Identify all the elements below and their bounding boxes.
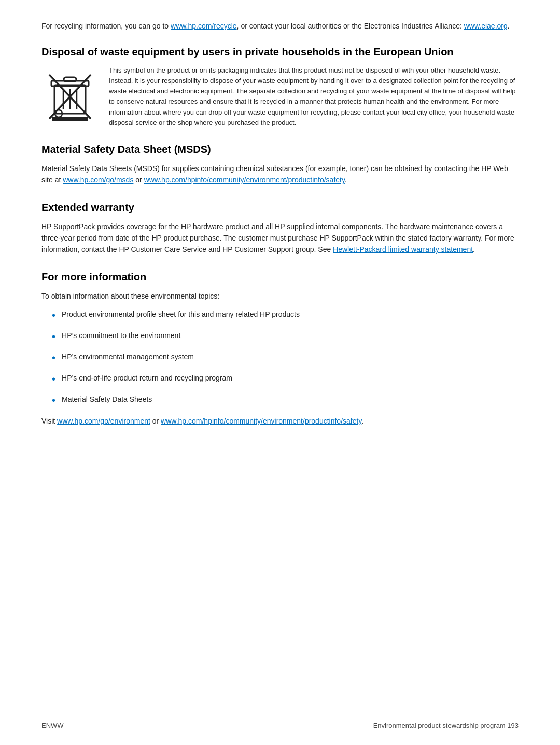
warranty-link[interactable]: Hewlett-Packard limited warranty stateme… [333,245,473,254]
msds-text-between: or [133,176,144,184]
more-info-link1[interactable]: www.hp.com/go/environment [57,417,150,425]
msds-link2[interactable]: www.hp.com/hpinfo/community/environment/… [144,176,345,184]
more-info-visit: Visit www.hp.com/go/environment or www.h… [41,415,519,427]
msds-text-end: . [345,176,347,184]
more-info-heading: For more information [41,271,519,283]
eu-disposal-content: This symbol on the product or on its pac… [41,65,519,128]
list-item: Product environmental profile sheet for … [52,309,519,323]
intro-link-recycle[interactable]: www.hp.com/recycle [171,22,237,30]
msds-body: Material Safety Data Sheets (MSDS) for s… [41,163,519,186]
list-item: Material Safety Data Sheets [52,394,519,408]
msds-section: Material Safety Data Sheet (MSDS) Materi… [41,144,519,186]
intro-link-eiae[interactable]: www.eiae.org [464,22,508,30]
list-item: HP’s commitment to the environment [52,330,519,344]
intro-text-end: . [508,22,510,30]
svg-rect-2 [64,77,76,81]
eu-disposal-section: Disposal of waste equipment by users in … [41,46,519,128]
intro-text-mid: , or contact your local authorities or t… [237,22,464,30]
more-info-intro: To obtain information about these enviro… [41,290,519,302]
more-info-list: Product environmental profile sheet for … [52,309,519,408]
list-item: HP’s environmental management system [52,352,519,366]
visit-text-end: . [361,417,363,425]
eu-disposal-heading: Disposal of waste equipment by users in … [41,46,519,58]
msds-heading: Material Safety Data Sheet (MSDS) [41,144,519,156]
extended-warranty-heading: Extended warranty [41,202,519,214]
warranty-text-end: . [473,245,475,254]
footer-left: ENWW [41,722,64,729]
eu-disposal-icon [41,65,99,122]
svg-rect-9 [52,117,88,121]
more-info-section: For more information To obtain informati… [41,271,519,427]
eu-disposal-text: This symbol on the product or on its pac… [109,65,519,128]
visit-text-between: or [150,417,161,425]
msds-link1[interactable]: www.hp.com/go/msds [63,176,133,184]
more-info-link2[interactable]: www.hp.com/hpinfo/community/environment/… [161,417,361,425]
visit-text: Visit [41,417,57,425]
footer: ENWW Environmental product stewardship p… [0,722,560,729]
extended-warranty-body: HP SupportPack provides coverage for the… [41,221,519,256]
intro-paragraph: For recycling information, you can go to… [41,21,519,32]
footer-right: Environmental product stewardship progra… [373,722,519,729]
intro-text-before: For recycling information, you can go to [41,22,171,30]
extended-warranty-section: Extended warranty HP SupportPack provide… [41,202,519,256]
list-item: HP’s end-of-life product return and recy… [52,373,519,387]
